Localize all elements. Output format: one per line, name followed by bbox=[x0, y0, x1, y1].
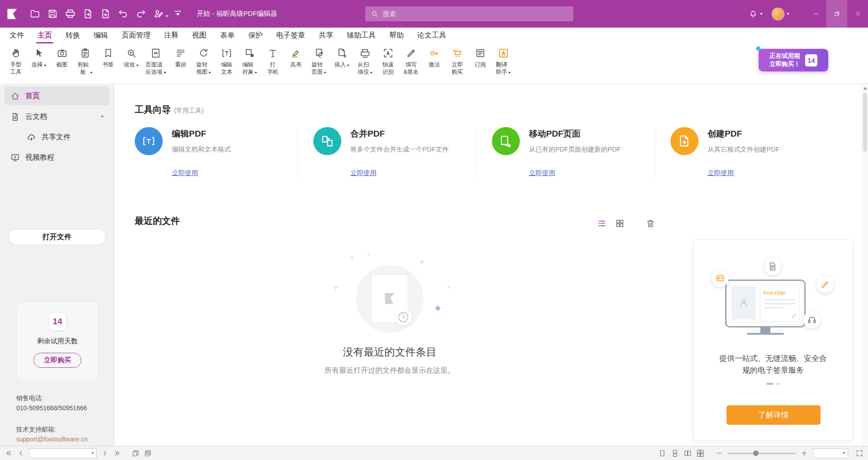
menu-item-edit[interactable]: 编辑 bbox=[87, 28, 115, 43]
subscribe-tool[interactable]: 订阅 bbox=[470, 47, 491, 68]
scrollbar-thumb[interactable] bbox=[863, 93, 867, 152]
zoom-slider[interactable] bbox=[728, 453, 796, 454]
continuous-page-icon[interactable] bbox=[671, 449, 679, 457]
page-number-box[interactable] bbox=[29, 448, 97, 458]
avatar[interactable] bbox=[772, 8, 784, 20]
fullscreen-icon[interactable] bbox=[855, 449, 863, 457]
customize-toolbar-icon[interactable] bbox=[172, 8, 184, 19]
dropdown-caret-icon bbox=[164, 72, 166, 74]
edit-text-tool[interactable]: 编辑 文本 bbox=[217, 47, 237, 76]
zoom-in-icon[interactable] bbox=[800, 449, 808, 457]
reflow-tool[interactable]: 重排 bbox=[170, 47, 191, 68]
print-icon[interactable] bbox=[65, 8, 76, 19]
redo-icon[interactable] bbox=[135, 8, 146, 19]
facing-continuous-icon[interactable] bbox=[696, 449, 704, 457]
rotate-view-tool[interactable]: 旋转 视图 bbox=[193, 47, 214, 76]
menu-item-page-manage[interactable]: 页面管理 bbox=[115, 28, 157, 43]
edit-object-tool[interactable]: 编辑 对象 bbox=[240, 47, 260, 76]
menu-item-view[interactable]: 视图 bbox=[185, 28, 213, 43]
menu-item-file[interactable]: 文件 bbox=[3, 28, 31, 43]
save-icon[interactable] bbox=[47, 8, 58, 19]
new-doc-icon[interactable] bbox=[100, 8, 111, 19]
dropdown-caret-icon[interactable] bbox=[91, 452, 94, 454]
buy-now-tool[interactable]: 立即 购买 bbox=[447, 47, 468, 76]
reflow-icon bbox=[175, 47, 186, 59]
carousel-dot[interactable] bbox=[766, 383, 774, 385]
account-menu[interactable] bbox=[772, 8, 789, 20]
menu-item-accessibility[interactable]: 辅助工具 bbox=[340, 28, 382, 43]
buy-now-button[interactable]: 立即购买 bbox=[33, 353, 81, 368]
snapshot-tool[interactable]: 截图 bbox=[52, 47, 72, 68]
minimize-button[interactable] bbox=[806, 0, 826, 28]
zoom-slider-thumb[interactable] bbox=[753, 451, 759, 456]
select-tool[interactable]: 选择 bbox=[28, 47, 49, 68]
fill-sign-icon bbox=[406, 47, 417, 59]
pages-copy-icon[interactable] bbox=[144, 449, 152, 457]
menu-item-comment[interactable]: 注释 bbox=[157, 28, 185, 43]
fit-page-tool[interactable]: 页面适 应选项 bbox=[144, 47, 168, 76]
carousel-dot[interactable] bbox=[776, 383, 780, 385]
sidebar-item-video-tutorials[interactable]: 视频教程 bbox=[5, 148, 109, 167]
clipboard-tool[interactable]: 剪贴 板 bbox=[75, 47, 95, 76]
last-page-icon[interactable] bbox=[113, 449, 121, 457]
sidebar-item-cloud-docs[interactable]: 云文档 bbox=[5, 107, 109, 126]
fill-sign-tool[interactable]: 填写 &签名 bbox=[401, 47, 422, 76]
zoom-value-input[interactable] bbox=[819, 450, 841, 457]
activate-tool[interactable]: 激活 bbox=[424, 47, 445, 68]
tool-label: 填写 &签名 bbox=[404, 61, 419, 76]
rotate-pages-tool[interactable]: 旋转 页面 bbox=[309, 47, 330, 76]
learn-more-button[interactable]: 了解详情 bbox=[726, 405, 821, 425]
tool-label: 立即 购买 bbox=[452, 61, 463, 76]
facing-pages-icon[interactable] bbox=[684, 449, 692, 457]
menu-item-share[interactable]: 共享 bbox=[312, 28, 340, 43]
menu-item-paper-tools[interactable]: 论文工具 bbox=[410, 28, 453, 43]
zoom-tool[interactable]: 缩放 bbox=[121, 47, 142, 68]
page-copy-icon[interactable] bbox=[132, 449, 140, 457]
sidebar-item-shared-files[interactable]: 共享文件 bbox=[21, 128, 109, 146]
zoom-out-icon[interactable] bbox=[715, 449, 723, 457]
insert-pages-tool[interactable]: 插入 bbox=[332, 47, 353, 68]
hand-tool[interactable]: 手型 工具 bbox=[5, 47, 26, 76]
trial-banner[interactable]: 正在试用期 立即购买！ 14 bbox=[759, 49, 828, 71]
menu-item-convert[interactable]: 转换 bbox=[59, 28, 87, 43]
use-now-link[interactable]: 立即使用 bbox=[708, 169, 734, 177]
page-number-input[interactable] bbox=[32, 450, 91, 457]
notifications-button[interactable] bbox=[749, 9, 763, 19]
restore-button[interactable] bbox=[826, 0, 847, 28]
menu-item-home[interactable]: 主页 bbox=[31, 28, 59, 43]
rotate-view-icon bbox=[198, 47, 209, 59]
expand-caret-icon[interactable] bbox=[101, 116, 104, 118]
menu-item-esign[interactable]: 电子签章 bbox=[269, 28, 312, 43]
support-email-link[interactable]: support@foxitsoftware.cn bbox=[16, 434, 88, 444]
bookmark-tool[interactable]: 书签 bbox=[98, 47, 118, 68]
dropdown-caret-icon[interactable] bbox=[843, 452, 845, 454]
tool-card-create-pdf[interactable]: 创建PDF 从其它格式文件创建PDF 立即使用 bbox=[655, 127, 833, 177]
menu-item-help[interactable]: 帮助 bbox=[382, 28, 410, 43]
typewriter-tool[interactable]: 打 字机 bbox=[263, 47, 283, 76]
zoom-value-box[interactable] bbox=[813, 448, 848, 458]
undo-icon[interactable] bbox=[118, 8, 129, 19]
scan-tool[interactable]: 从扫 描仪 bbox=[355, 47, 376, 76]
scroll-up-icon[interactable] bbox=[863, 87, 867, 90]
search-input[interactable] bbox=[382, 10, 568, 18]
esign-icon[interactable] bbox=[153, 8, 164, 19]
chevron-down-icon bbox=[760, 13, 763, 15]
export-icon[interactable] bbox=[82, 8, 94, 19]
single-page-icon[interactable] bbox=[658, 449, 666, 457]
zoom-icon bbox=[126, 47, 137, 59]
translate-tool[interactable]: 翻译 助手 bbox=[493, 47, 514, 76]
menu-item-protect[interactable]: 保护 bbox=[241, 28, 269, 43]
next-page-icon[interactable] bbox=[101, 449, 109, 457]
highlight-tool[interactable]: 高亮 bbox=[286, 47, 307, 68]
open-file-button[interactable]: 打开文件 bbox=[8, 229, 106, 245]
search-box[interactable] bbox=[365, 6, 573, 21]
chevron-down-icon[interactable] bbox=[165, 15, 168, 17]
open-file-icon[interactable] bbox=[29, 8, 41, 19]
ocr-tool[interactable]: 快速 识别 bbox=[378, 47, 399, 76]
sidebar-item-home[interactable]: 首页 bbox=[5, 86, 109, 105]
close-button[interactable] bbox=[847, 0, 868, 28]
vertical-scrollbar[interactable] bbox=[862, 85, 868, 446]
prev-page-icon[interactable] bbox=[17, 449, 25, 457]
menu-item-form[interactable]: 表单 bbox=[213, 28, 241, 43]
first-page-icon[interactable] bbox=[5, 449, 13, 457]
